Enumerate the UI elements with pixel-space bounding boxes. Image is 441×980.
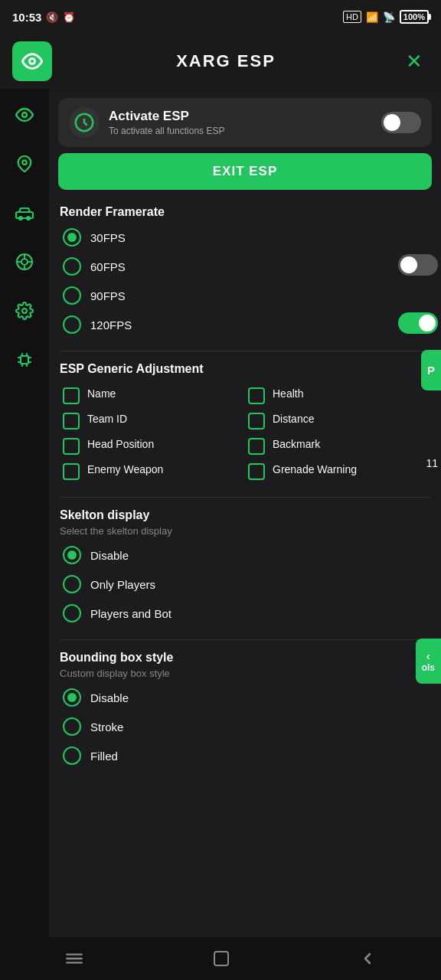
checkbox-health[interactable]: Health — [248, 387, 427, 404]
eye-button[interactable] — [12, 41, 52, 81]
activate-text: Activate ESP To activate all functions E… — [109, 109, 224, 136]
esp-generic-section: ESP Generic Adjustment P Name Health — [49, 358, 441, 491]
app-header: XARG ESP ✕ — [0, 34, 441, 89]
activate-icon — [69, 107, 100, 138]
green-tab-tools[interactable]: ‹ ols — [416, 639, 441, 684]
checkbox-grenadewarning[interactable]: Grenade Warning — [248, 462, 427, 480]
skelton-subtitle: Select the skelton display — [60, 525, 430, 537]
bounding-box-section: Bounding box style Custom display box st… — [49, 646, 441, 776]
activate-toggle-track — [381, 112, 421, 133]
render-framerate-section: Render Framerate 30FPS 60FPS — [49, 201, 441, 345]
close-button[interactable]: ✕ — [400, 47, 429, 77]
bottom-padding — [49, 776, 441, 822]
sidebar-item-chip[interactable] — [8, 343, 41, 377]
fps-120-item[interactable]: 120FPS — [63, 314, 427, 335]
fps-30-item[interactable]: 30FPS — [63, 227, 427, 248]
svg-rect-13 — [21, 356, 28, 364]
bbox-stroke-radio — [63, 717, 81, 736]
sidebar-item-eye[interactable] — [8, 98, 41, 132]
skelton-onlyplayers-label: Only Players — [90, 578, 155, 591]
bbox-disable-radio — [63, 688, 81, 707]
checkbox-teamid[interactable]: Team ID — [63, 412, 242, 430]
partial-toggle-track-1 — [398, 254, 438, 276]
partial-toggle-thumb-2 — [419, 315, 436, 332]
partial-toggle-track-2 — [398, 312, 438, 334]
app-title: XARG ESP — [52, 51, 400, 71]
skelton-playersandbot-item[interactable]: Players and Bot — [63, 603, 427, 624]
sidebar-location-icon — [16, 155, 33, 172]
chevron-left-icon: ‹ — [426, 649, 430, 662]
checkbox-headposition-label: Head Position — [87, 437, 154, 451]
checkbox-backmark[interactable]: Backmark — [248, 437, 427, 455]
skelton-radio-group: Disable Only Players Players and Bot — [60, 544, 430, 624]
bounding-box-title: Bounding box style — [60, 651, 430, 665]
svg-point-0 — [30, 59, 35, 64]
checkbox-distance[interactable]: Distance — [248, 412, 427, 430]
activate-subtitle: To activate all functions ESP — [109, 126, 224, 136]
bbox-stroke-item[interactable]: Stroke — [63, 716, 427, 737]
nav-back-button[interactable] — [343, 943, 392, 974]
status-bar: 10:53 🔇 ⏰ HD 📶 📡 100% — [0, 0, 441, 34]
sidebar-item-target[interactable] — [8, 245, 41, 279]
checkbox-headposition-box — [63, 438, 80, 455]
skelton-disable-item[interactable]: Disable — [63, 544, 427, 566]
checkbox-name-label: Name — [87, 387, 116, 400]
fps-120-radio — [63, 315, 81, 334]
checkbox-enemyweapon-label: Enemy Weapon — [87, 462, 163, 476]
checkbox-headposition[interactable]: Head Position — [63, 437, 242, 455]
checkbox-health-box — [248, 387, 265, 404]
activate-toggle[interactable] — [381, 112, 421, 133]
partial-toggle-1 — [398, 254, 438, 276]
skelton-title: Skelton display — [60, 508, 430, 522]
signal-icon: 📶 — [366, 11, 378, 23]
home-square-icon — [212, 949, 230, 968]
checkbox-name[interactable]: Name — [63, 387, 242, 404]
sidebar-item-settings[interactable] — [8, 294, 41, 328]
activate-left: Activate ESP To activate all functions E… — [69, 107, 224, 138]
sidebar-eye-icon — [15, 106, 34, 124]
checkbox-backmark-box — [248, 438, 265, 455]
menu-icon — [64, 949, 84, 969]
sidebar-chip-icon — [15, 351, 34, 369]
fps-60-label: 60FPS — [90, 260, 126, 273]
bbox-filled-item[interactable]: Filled — [63, 745, 427, 766]
sidebar-vehicle-icon — [15, 204, 34, 222]
hd-label: HD — [343, 11, 361, 23]
main-layout: Activate ESP To activate all functions E… — [0, 89, 441, 980]
checkbox-grenadewarning-label: Grenade Warning — [273, 462, 357, 476]
bbox-radio-group: Disable Stroke Filled — [60, 687, 430, 766]
checkbox-enemyweapon[interactable]: Enemy Weapon — [63, 462, 242, 480]
divider-1 — [60, 351, 430, 351]
sidebar-item-vehicle[interactable] — [8, 196, 41, 230]
time-display: 10:53 — [12, 11, 41, 24]
green-tab-p[interactable]: P — [421, 350, 441, 390]
sidebar-item-location[interactable] — [8, 147, 41, 181]
sidebar-target-icon — [15, 253, 34, 271]
sidebar — [0, 89, 49, 980]
bbox-stroke-label: Stroke — [90, 720, 123, 733]
esp-logo-icon — [73, 111, 96, 134]
bbox-disable-item[interactable]: Disable — [63, 687, 427, 708]
fps-30-label: 30FPS — [90, 231, 126, 244]
skelton-display-section: Skelton display Select the skelton displ… — [49, 504, 441, 633]
fps-90-item[interactable]: 90FPS — [63, 285, 427, 306]
svg-point-1 — [22, 113, 27, 117]
svg-point-2 — [22, 160, 27, 165]
checkbox-distance-box — [248, 413, 265, 430]
checkbox-grenadewarning-box — [248, 463, 265, 480]
skelton-onlyplayers-item[interactable]: Only Players — [63, 573, 427, 595]
skelton-disable-label: Disable — [90, 549, 129, 562]
battery-icon: 100% — [400, 10, 429, 24]
fps-90-radio — [63, 286, 81, 305]
fps-120-label: 120FPS — [90, 318, 132, 332]
green-tab-tools-label: ols — [422, 662, 435, 673]
fps-60-item[interactable]: 60FPS — [63, 256, 427, 277]
content-area: Activate ESP To activate all functions E… — [49, 89, 441, 980]
nav-home-button[interactable] — [197, 943, 246, 974]
nav-menu-button[interactable] — [49, 942, 100, 975]
checkbox-enemyweapon-box — [63, 463, 80, 480]
fps-30-radio — [63, 228, 81, 247]
partial-toggle-thumb-1 — [400, 256, 417, 273]
exit-esp-button[interactable]: EXIT ESP — [58, 153, 432, 190]
checkbox-name-box — [63, 387, 80, 404]
